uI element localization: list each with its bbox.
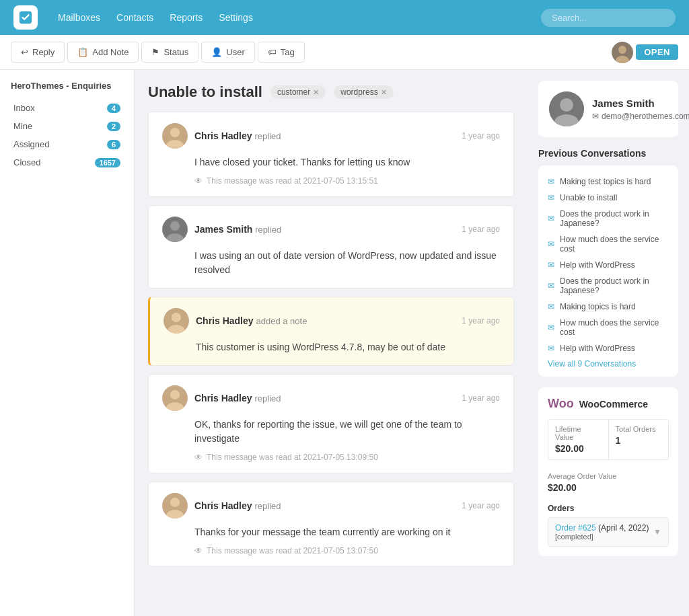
inbox-count: 4 — [107, 104, 120, 113]
prev-conv-item[interactable]: ✉ Help with WordPress — [548, 257, 669, 273]
prev-conv-item[interactable]: ✉ Help with WordPress — [548, 340, 669, 356]
prev-conv-item[interactable]: ✉ Does the product work in Japanese? — [548, 273, 669, 299]
sidebar-item-closed[interactable]: Closed 1657 — [11, 153, 123, 171]
flag-icon: ⚑ — [151, 47, 159, 57]
mail-icon: ✉ — [548, 193, 554, 202]
woo-name: WooCommerce — [579, 399, 648, 410]
nav-mailboxes[interactable]: Mailboxes — [58, 12, 100, 23]
mail-icon: ✉ — [548, 177, 554, 186]
message-action: replied — [255, 225, 281, 235]
message-meta: Chris Hadley added a note — [196, 315, 455, 326]
message-action: replied — [254, 131, 281, 141]
message-time: 1 year ago — [462, 501, 500, 510]
eye-icon: 👁 — [194, 176, 203, 186]
message-time: 1 year ago — [462, 316, 500, 325]
add-note-button[interactable]: 📋 Add Note — [67, 42, 139, 63]
message-body: OK, thanks for reporting the issue, we w… — [194, 418, 500, 446]
sidebar-item-inbox[interactable]: Inbox 4 — [11, 99, 123, 117]
sidebar-title: HeroThemes - Enquiries — [11, 81, 123, 91]
prev-conv-item[interactable]: ✉ Making test topics is hard — [548, 174, 669, 190]
message-body: This customer is using WordPress 4.7.8, … — [196, 340, 500, 354]
message-header: Chris Hadley replied 1 year ago — [162, 385, 500, 411]
nav-links: Mailboxes Contacts Reports Settings — [58, 12, 521, 23]
prev-conv-item[interactable]: ✉ Unable to install — [548, 190, 669, 206]
orders-label: Orders — [548, 504, 669, 513]
message-body: I was using an out of date version of Wo… — [194, 249, 500, 277]
message-card: Chris Hadley replied 1 year ago OK, than… — [148, 374, 514, 473]
nav-reports[interactable]: Reports — [170, 12, 203, 23]
closed-count: 1657 — [95, 158, 120, 167]
prev-conv-item[interactable]: ✉ How much does the service cost — [548, 315, 669, 340]
prev-conv-item[interactable]: ✉ Does the product work in Japanese? — [548, 206, 669, 231]
nav-settings[interactable]: Settings — [219, 12, 253, 23]
tag-customer: customer ✕ — [270, 85, 326, 99]
svg-point-5 — [170, 128, 180, 137]
status-button[interactable]: ⚑ Status — [141, 42, 198, 63]
contact-avatar — [549, 91, 584, 126]
order-link[interactable]: Order #625 — [555, 523, 596, 533]
tag-wordpress: wordpress ✕ — [334, 85, 393, 99]
content-area: Unable to install customer ✕ wordpress ✕ — [135, 70, 528, 616]
top-navigation: Mailboxes Contacts Reports Settings — [0, 0, 689, 35]
woo-stats: Lifetime Value $20.00 Total Orders 1 — [548, 419, 669, 460]
email-icon: ✉ — [592, 112, 599, 121]
message-action: added a note — [256, 316, 307, 326]
mail-icon: ✉ — [548, 302, 554, 311]
message-card-note: Chris Hadley added a note 1 year ago Thi… — [148, 297, 514, 366]
assigned-count: 6 — [107, 140, 120, 149]
sidebar-item-assigned[interactable]: Assigned 6 — [11, 135, 123, 153]
nav-contacts[interactable]: Contacts — [116, 12, 153, 23]
message-card: James Smith replied 1 year ago I was usi… — [148, 205, 514, 288]
sidebar-item-mine[interactable]: Mine 2 — [11, 117, 123, 135]
logo — [13, 5, 38, 30]
message-read-status: 👁 This message was read at 2021-07-05 13… — [194, 176, 500, 186]
user-button[interactable]: 👤 User — [201, 42, 254, 63]
mail-icon: ✉ — [548, 281, 554, 291]
eye-icon: 👁 — [194, 453, 203, 462]
right-panel: James Smith ✉ demo@herothemes.com Previo… — [528, 70, 689, 616]
user-icon: 👤 — [211, 47, 222, 57]
prev-conv-item[interactable]: ✉ Making topics is hard — [548, 299, 669, 315]
contact-card: James Smith ✉ demo@herothemes.com — [538, 81, 678, 137]
avatar — [162, 217, 188, 242]
message-author: James Smith — [194, 224, 252, 235]
avatar — [612, 42, 633, 63]
message-author: Chris Hadley — [194, 130, 252, 141]
message-meta: James Smith replied — [194, 224, 455, 235]
contact-info: James Smith ✉ demo@herothemes.com — [592, 98, 689, 121]
search-input[interactable] — [541, 9, 676, 27]
ticket-title: Unable to install — [148, 83, 262, 101]
order-status: [completed] — [555, 533, 649, 541]
svg-point-2 — [618, 46, 626, 54]
mail-icon: ✉ — [548, 239, 554, 249]
reply-button[interactable]: ↩ Reply — [11, 42, 65, 63]
tag-customer-close[interactable]: ✕ — [313, 88, 319, 97]
eye-icon: 👁 — [194, 546, 203, 555]
svg-point-20 — [560, 98, 573, 112]
chevron-down-icon[interactable]: ▼ — [653, 527, 661, 537]
message-time: 1 year ago — [462, 131, 500, 141]
tag-wordpress-close[interactable]: ✕ — [381, 88, 387, 97]
tag-button[interactable]: 🏷 Tag — [258, 42, 305, 63]
toolbar: ↩ Reply 📋 Add Note ⚑ Status 👤 User 🏷 Tag… — [0, 35, 689, 70]
mail-icon: ✉ — [548, 344, 554, 353]
prev-conv-item[interactable]: ✉ How much does the service cost — [548, 231, 669, 257]
message-time: 1 year ago — [462, 393, 500, 403]
woo-avg-order: Average Order Value $20.00 — [548, 467, 669, 498]
message-meta: Chris Hadley replied — [194, 500, 455, 511]
message-action: replied — [254, 501, 281, 511]
view-all-link[interactable]: View all 9 Conversations — [548, 359, 636, 369]
message-header: Chris Hadley replied 1 year ago — [162, 123, 500, 149]
order-item: Order #625 (April 4, 2022) [completed] ▼ — [548, 517, 669, 547]
prev-conversations-card: ✉ Making test topics is hard ✉ Unable to… — [538, 165, 678, 377]
avatar — [162, 123, 188, 149]
message-read-status: 👁 This message was read at 2021-07-05 13… — [194, 546, 500, 555]
message-meta: Chris Hadley replied — [194, 393, 455, 403]
woo-total-orders: Total Orders 1 — [609, 420, 669, 459]
woo-header: Woo WooCommerce — [548, 397, 669, 411]
mine-count: 2 — [107, 122, 120, 131]
contact-name: James Smith — [592, 98, 689, 109]
message-author: Chris Hadley — [196, 315, 254, 326]
woo-lifetime-value: Lifetime Value $20.00 — [548, 420, 609, 459]
woocommerce-card: Woo WooCommerce Lifetime Value $20.00 To… — [538, 387, 678, 556]
